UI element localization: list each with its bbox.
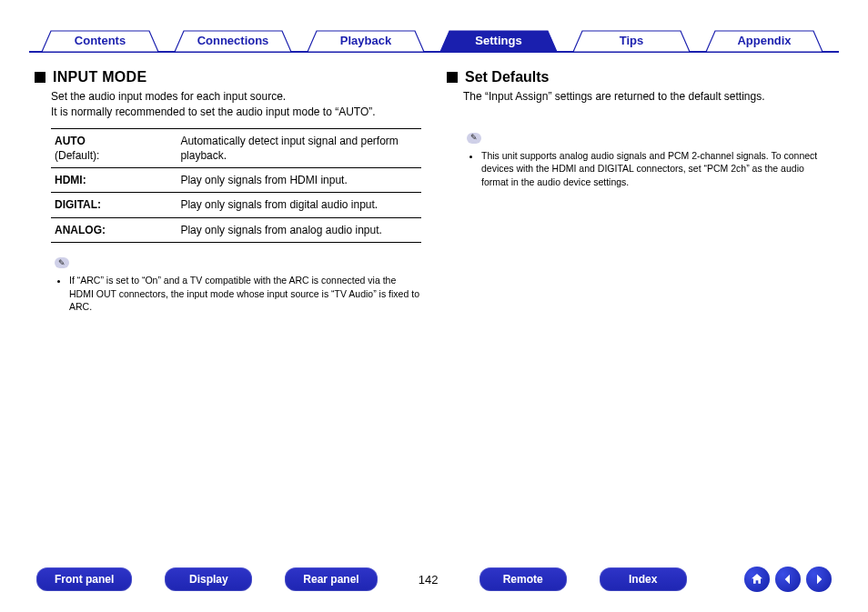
mode-key: ANALOG:	[55, 224, 106, 236]
square-bullet-icon	[35, 72, 45, 83]
tab-settings[interactable]: Settings	[428, 30, 570, 52]
section-title-set-defaults: Set Defaults	[447, 69, 833, 85]
nav-rear-panel[interactable]: Rear panel	[285, 567, 377, 591]
top-tabs: Contents Connections Playback Settings T…	[29, 16, 839, 53]
tab-label: Connections	[197, 34, 269, 47]
mode-val: Play only signals from analog audio inpu…	[177, 217, 421, 242]
table-row: ANALOG: Play only signals from analog au…	[51, 217, 421, 242]
mode-key: DIGITAL:	[55, 198, 101, 211]
nav-icon-group	[744, 567, 832, 592]
table-row: HDMI: Play only signals from HDMI input.	[51, 168, 421, 193]
square-bullet-icon	[447, 72, 458, 83]
note-text: This unit supports analog audio signals …	[481, 149, 833, 189]
tab-label: Settings	[475, 34, 521, 47]
nav-remote[interactable]: Remote	[479, 567, 567, 591]
tab-label: Appendix	[737, 34, 791, 47]
title-text: Input Mode	[53, 69, 146, 85]
tab-label: Contents	[75, 34, 126, 47]
table-row: AUTO (Default): Automatically detect inp…	[51, 128, 421, 167]
mode-key: HDMI:	[55, 174, 86, 186]
tab-playback[interactable]: Playback	[295, 30, 437, 52]
tab-appendix[interactable]: Appendix	[693, 30, 835, 52]
table-row: DIGITAL: Play only signals from digital …	[51, 193, 421, 217]
note-left: ✎ If “ARC” is set to “On” and a TV compa…	[55, 256, 421, 314]
mode-val: Automatically detect input signal and pe…	[177, 128, 421, 167]
note-icon: ✎	[467, 133, 481, 144]
home-icon[interactable]	[744, 567, 770, 592]
page-content: Input Mode Set the audio input modes for…	[0, 53, 868, 316]
next-icon[interactable]	[806, 567, 832, 592]
section-title-input-mode: Input Mode	[35, 69, 421, 85]
tab-label: Tips	[620, 34, 644, 47]
tab-connections[interactable]: Connections	[162, 30, 304, 52]
mode-val: Play only signals from HDMI input.	[177, 168, 421, 193]
input-mode-desc: Set the audio input modes for each input…	[51, 89, 421, 121]
prev-icon[interactable]	[775, 567, 801, 592]
input-mode-table: AUTO (Default): Automatically detect inp…	[51, 128, 421, 243]
nav-front-panel[interactable]: Front panel	[36, 567, 132, 591]
title-text: Set Defaults	[465, 69, 549, 85]
nav-display[interactable]: Display	[165, 567, 252, 591]
tab-contents[interactable]: Contents	[29, 30, 171, 52]
mode-key: AUTO	[55, 135, 86, 147]
mode-val: Play only signals from digital audio inp…	[177, 193, 421, 217]
tab-tips[interactable]: Tips	[560, 30, 702, 52]
page-number: 142	[410, 573, 447, 587]
mode-key-suffix: (Default):	[55, 149, 99, 162]
bottom-nav: Front panel Display Rear panel 142 Remot…	[0, 567, 868, 592]
tab-label: Playback	[340, 34, 391, 47]
nav-index[interactable]: Index	[600, 567, 687, 591]
col-input-mode: Input Mode Set the audio input modes for…	[35, 62, 421, 316]
col-set-defaults: Set Defaults The “Input Assign” settings…	[447, 62, 833, 316]
note-text: If “ARC” is set to “On” and a TV compati…	[69, 274, 421, 314]
note-right: ✎ This unit supports analog audio signal…	[467, 130, 833, 188]
note-icon: ✎	[55, 257, 69, 268]
set-defaults-desc: The “Input Assign” settings are returned…	[463, 89, 833, 105]
